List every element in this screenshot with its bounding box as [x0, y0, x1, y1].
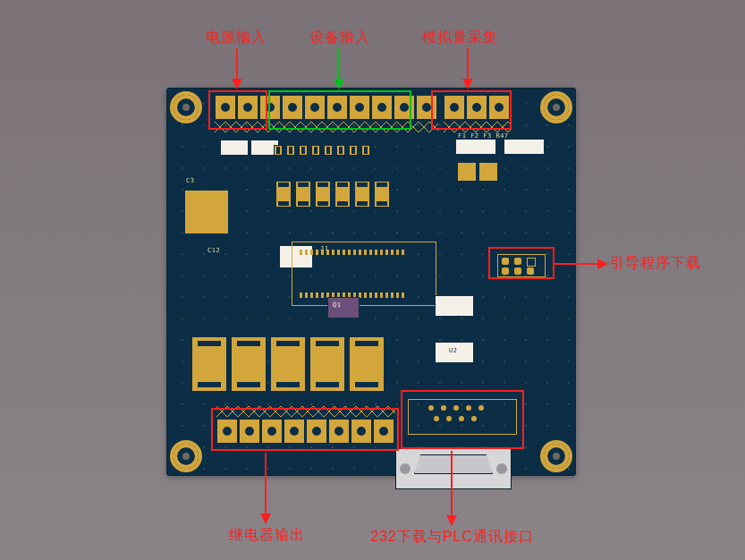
smd-icon — [220, 140, 249, 156]
ic-icon — [456, 140, 495, 154]
arrow-down-icon — [229, 48, 245, 89]
callout-box-relay-out — [211, 408, 399, 451]
silkscreen-text: F1 F2 F3 R47 — [458, 132, 509, 140]
relay-icon — [349, 336, 385, 392]
mounting-hole-icon — [544, 444, 569, 469]
svg-marker-7 — [597, 259, 608, 269]
relay-icon — [231, 336, 267, 392]
silkscreen-text: C3 — [186, 177, 194, 184]
callout-box-analog-in — [431, 90, 512, 130]
inductor-icon — [184, 190, 229, 234]
arrow-right-icon — [555, 256, 608, 272]
pad-icon — [458, 163, 476, 181]
callout-box-power-in — [208, 90, 267, 130]
callout-box-rs232 — [401, 390, 524, 449]
arrow-down-icon — [331, 48, 347, 89]
label-device-in: 设备输入 — [309, 29, 370, 47]
mounting-hole-icon — [544, 95, 569, 120]
label-analog-in: 模拟量采集 — [422, 29, 498, 47]
pad-icon — [479, 163, 497, 181]
mounting-hole-icon — [174, 95, 199, 120]
relay-icon — [309, 336, 345, 392]
svg-marker-9 — [260, 513, 271, 524]
svg-marker-11 — [446, 515, 457, 526]
label-relay-out: 继电器输出 — [229, 526, 305, 545]
optoisolator-row — [275, 181, 390, 208]
mcu-outline-icon — [292, 242, 436, 306]
label-power-in: 电源输入 — [206, 29, 267, 47]
arrow-down-icon — [258, 453, 274, 524]
callout-box-boot-dl — [488, 247, 555, 279]
callout-box-device-in — [268, 90, 411, 130]
relay-icon — [191, 336, 227, 392]
silkscreen-text: Q1 — [333, 301, 341, 309]
arrow-down-icon — [460, 48, 476, 89]
arrow-down-icon — [444, 451, 460, 526]
svg-marker-5 — [462, 79, 473, 89]
silkscreen-text: C12 — [207, 247, 220, 254]
mounting-hole-icon — [174, 444, 199, 469]
silkscreen-text: U2 — [449, 347, 457, 354]
ic-icon — [504, 140, 544, 154]
svg-marker-3 — [334, 79, 344, 89]
smd-row — [274, 145, 370, 156]
label-rs232: 232下载与PLC通讯接口 — [370, 528, 534, 547]
relay-icon — [270, 336, 306, 392]
soic-icon — [435, 295, 474, 317]
svg-marker-1 — [232, 79, 242, 89]
label-boot-dl: 引导程序下载 — [610, 254, 701, 273]
